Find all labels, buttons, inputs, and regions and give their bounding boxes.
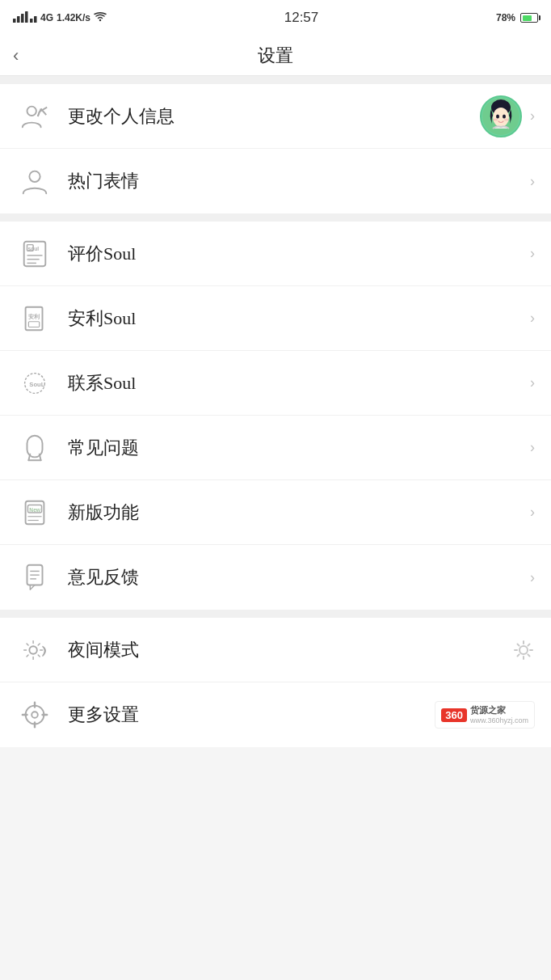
rate-soul-right: › [530,245,535,262]
chevron-right-icon: › [530,569,535,586]
faq-item[interactable]: 常见问题 › [0,416,551,480]
network-speed: 1.42K/s [57,12,90,23]
recommend-soul-item[interactable]: 安利 安利Soul › [0,286,551,351]
watermark-360-label: 360 [441,708,467,722]
new-features-right: › [530,504,535,521]
svg-point-14 [493,108,509,127]
hot-emoji-item[interactable]: 热门表情 › [0,149,551,213]
night-mode-label: 夜间模式 [68,638,512,662]
profile-section: 更改个人信息 [0,84,551,213]
svg-line-58 [518,644,519,645]
person-icon [16,163,53,200]
more-settings-right: 360 货源之家 www.360hyzj.com [435,701,535,728]
night-mode-icon [16,632,53,669]
chevron-right-icon: › [530,504,535,521]
contact-soul-right: › [530,374,535,391]
status-bar: 4G 1.42K/s 12:57 78% [0,0,551,36]
recommend-soul-right: › [530,310,535,327]
edit-profile-item[interactable]: 更改个人信息 [0,84,551,149]
soul-contact-icon: SouL [16,365,53,402]
recommend-soul-label: 安利Soul [68,306,530,331]
svg-point-15 [496,114,499,118]
svg-rect-2 [21,14,24,23]
page-title: 设置 [258,44,293,68]
svg-text:New: New [29,507,40,513]
svg-point-6 [27,106,36,115]
svg-point-62 [26,706,44,724]
new-features-icon: New [16,494,53,531]
svg-rect-31 [27,435,43,457]
svg-rect-5 [34,16,37,23]
person-edit-icon [16,98,53,135]
svg-line-51 [38,643,40,644]
feedback-label: 意见反馈 [68,565,530,589]
battery-percent: 78% [496,12,515,23]
network-type: 4G [40,12,53,23]
feedback-item[interactable]: 意见反馈 › [0,545,551,610]
chevron-right-icon: › [530,310,535,327]
svg-rect-3 [25,11,28,23]
svg-text:SouL: SouL [29,380,44,387]
svg-point-53 [519,646,528,654]
faq-label: 常见问题 [68,436,530,460]
svg-line-61 [518,654,519,656]
svg-line-50 [38,655,40,657]
system-section: 夜间模式 [0,618,551,747]
feedback-icon [16,559,53,596]
svg-text:安利: 安利 [27,313,40,319]
svg-line-52 [27,655,28,657]
section-divider-1 [0,213,551,222]
sun-toggle-icon [512,639,535,661]
night-mode-right [512,639,535,661]
more-settings-item[interactable]: 更多设置 360 货源之家 www.360hyzj.com [0,682,551,747]
more-settings-label: 更多设置 [68,703,435,727]
more-settings-icon [16,696,53,733]
svg-rect-1 [17,16,20,23]
contact-soul-label: 联系Soul [68,371,530,395]
clock: 12:57 [284,10,319,26]
svg-rect-28 [28,321,39,327]
section-divider-2 [0,610,551,618]
svg-line-49 [27,643,28,644]
new-features-item[interactable]: New 新版功能 › [0,480,551,545]
edit-profile-right: › [480,95,535,137]
svg-point-13 [500,101,508,108]
watermark-text: 货源之家 www.360hyzj.com [470,704,528,724]
soul-recommend-icon: 安利 [16,300,53,337]
page-header: ‹ 设置 [0,36,551,76]
svg-rect-4 [30,19,33,23]
rate-soul-label: 评价Soul [68,242,530,266]
soul-rate-icon: soul [16,235,53,272]
chevron-right-icon: › [530,439,535,456]
battery-area: 78% [496,12,538,23]
svg-line-10 [38,108,41,116]
svg-line-59 [528,654,529,656]
rate-soul-item[interactable]: soul 评价Soul › [0,222,551,286]
signal-info: 4G 1.42K/s [13,11,107,25]
edit-profile-label: 更改个人信息 [68,104,480,129]
feedback-right: › [530,569,535,586]
new-features-label: 新版功能 [68,501,530,525]
chevron-right-icon: › [530,374,535,391]
svg-point-18 [504,118,509,120]
svg-rect-0 [13,19,16,23]
night-mode-item[interactable]: 夜间模式 [0,618,551,682]
soul-section: soul 评价Soul › 安利 安利Soul › [0,222,551,610]
svg-text:soul: soul [27,246,39,251]
hot-emoji-right: › [530,173,535,190]
faq-icon [16,429,53,467]
signal-bars [13,11,37,25]
back-button[interactable]: ‹ [13,45,19,66]
svg-point-16 [503,114,506,118]
avatar [480,95,522,137]
chevron-right-icon: › [530,173,535,190]
svg-point-63 [32,712,38,718]
svg-point-17 [493,118,498,120]
hot-emoji-label: 热门表情 [68,169,530,193]
svg-point-44 [29,646,37,654]
svg-line-60 [528,644,529,645]
contact-soul-item[interactable]: SouL 联系Soul › [0,351,551,416]
chevron-right-icon: › [530,245,535,262]
svg-point-19 [29,171,40,182]
faq-right: › [530,439,535,456]
